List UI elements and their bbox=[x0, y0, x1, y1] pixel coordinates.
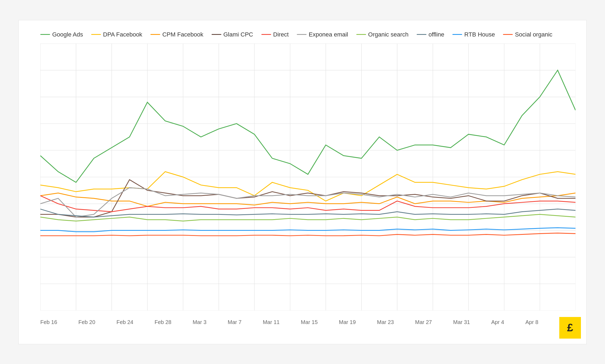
legend-label: Organic search bbox=[368, 31, 409, 38]
legend-item: Google Ads bbox=[40, 31, 83, 38]
x-axis-label: Mar 15 bbox=[301, 319, 318, 325]
legend-label: offline bbox=[429, 31, 444, 38]
legend-item: Glami CPC bbox=[212, 31, 253, 38]
legend-label: Social organic bbox=[515, 31, 552, 38]
x-axis-label: Feb 28 bbox=[154, 319, 171, 325]
legend-item: DPA Facebook bbox=[91, 31, 142, 38]
legend-color-swatch bbox=[261, 34, 271, 35]
x-axis-label: Mar 27 bbox=[415, 319, 432, 325]
x-axis-label: Apr 8 bbox=[525, 319, 538, 325]
x-axis-label: Mar 11 bbox=[263, 319, 280, 325]
legend-label: CPM Facebook bbox=[162, 31, 203, 38]
x-axis-label: Mar 19 bbox=[339, 319, 356, 325]
x-axis-labels: Feb 16Feb 20Feb 24Feb 28Mar 3Mar 7Mar 11… bbox=[40, 319, 576, 325]
legend-color-swatch bbox=[40, 34, 50, 35]
legend-color-swatch bbox=[150, 34, 160, 35]
legend-color-swatch bbox=[212, 34, 221, 35]
legend-item: Exponea email bbox=[297, 31, 348, 38]
x-axis-label: Mar 23 bbox=[377, 319, 394, 325]
legend-item: Social organic bbox=[503, 31, 552, 38]
legend-label: RTB House bbox=[464, 31, 495, 38]
chart-legend: Google Ads DPA Facebook CPM Facebook Gla… bbox=[40, 31, 576, 38]
legend-color-swatch bbox=[91, 34, 101, 35]
legend-color-swatch bbox=[503, 34, 513, 35]
legend-color-swatch bbox=[452, 34, 462, 35]
legend-color-swatch bbox=[356, 34, 366, 35]
x-axis-label: Mar 3 bbox=[193, 319, 206, 325]
chart-container: Google Ads DPA Facebook CPM Facebook Gla… bbox=[18, 20, 587, 344]
legend-label: Direct bbox=[273, 31, 289, 38]
x-axis-label: Feb 20 bbox=[78, 319, 95, 325]
logo-symbol: £ bbox=[567, 322, 573, 334]
logo-badge: £ bbox=[559, 317, 581, 339]
chart-area: Feb 16Feb 20Feb 24Feb 28Mar 3Mar 7Mar 11… bbox=[40, 44, 576, 310]
legend-color-swatch bbox=[297, 34, 307, 35]
legend-label: Glami CPC bbox=[223, 31, 253, 38]
x-axis-label: Feb 24 bbox=[116, 319, 133, 325]
legend-color-swatch bbox=[417, 34, 426, 35]
legend-item: Organic search bbox=[356, 31, 409, 38]
x-axis-label: Apr 4 bbox=[491, 319, 504, 325]
legend-label: Google Ads bbox=[52, 31, 83, 38]
legend-label: DPA Facebook bbox=[103, 31, 142, 38]
legend-item: RTB House bbox=[452, 31, 495, 38]
x-axis-label: Mar 7 bbox=[228, 319, 242, 325]
legend-item: offline bbox=[417, 31, 444, 38]
x-axis-label: Mar 31 bbox=[453, 319, 470, 325]
legend-item: CPM Facebook bbox=[150, 31, 203, 38]
legend-item: Direct bbox=[261, 31, 289, 38]
x-axis-label: Feb 16 bbox=[40, 319, 57, 325]
legend-label: Exponea email bbox=[309, 31, 348, 38]
